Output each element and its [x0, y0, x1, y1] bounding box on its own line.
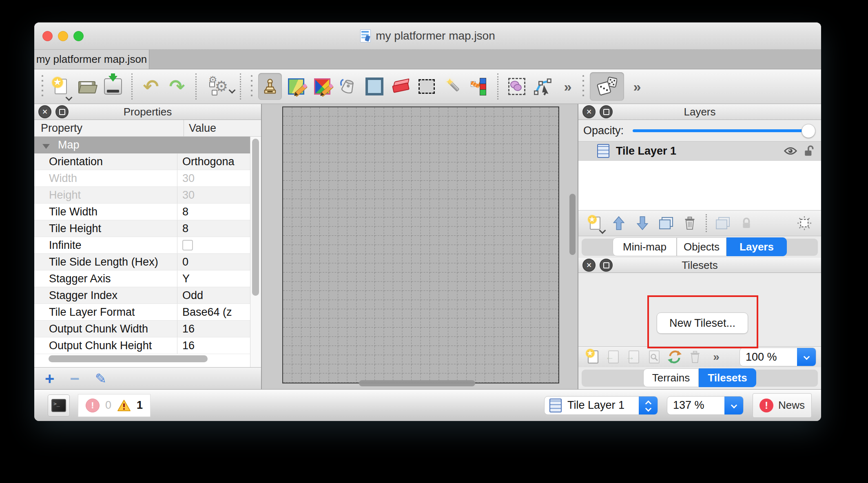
export-tileset-button-disabled[interactable]: →: [624, 348, 644, 366]
tab-objects[interactable]: Objects: [677, 237, 726, 256]
stamp-variation-tool[interactable]: [310, 73, 334, 100]
tab-mini-map[interactable]: Mini-map: [613, 237, 677, 256]
map-grid[interactable]: [282, 106, 559, 383]
random-mode-toggle[interactable]: [590, 72, 624, 101]
lock-layer-button-disabled[interactable]: [735, 213, 757, 234]
console-toggle-button[interactable]: >_: [48, 394, 70, 417]
zoom-window-button[interactable]: [73, 31, 84, 41]
tab-terrains[interactable]: Terrains: [643, 368, 699, 387]
select-objects-tool[interactable]: [505, 73, 529, 100]
combo-spinner-cap[interactable]: [639, 397, 658, 414]
chevron-down-icon: [600, 227, 605, 233]
remove-property-button[interactable]: −: [70, 370, 79, 387]
tab-my-platformer-map[interactable]: my platformer map.json: [34, 50, 149, 69]
window-title-group: my platformer map.json: [360, 29, 495, 42]
remove-tileset-button-disabled[interactable]: [685, 348, 705, 366]
new-map-button[interactable]: ★: [49, 73, 73, 100]
highlight-current-layer-button[interactable]: [793, 213, 815, 234]
save-button[interactable]: [101, 73, 125, 100]
property-row[interactable]: OrientationOrthogona: [34, 153, 250, 170]
news-button[interactable]: ! News: [753, 393, 812, 418]
tab-layers[interactable]: Layers: [726, 237, 787, 256]
property-row[interactable]: Tile Width8: [34, 204, 250, 220]
property-row[interactable]: Tile Side Length (Hex)0: [34, 254, 250, 270]
opacity-slider[interactable]: [633, 124, 814, 137]
add-property-button[interactable]: +: [45, 370, 54, 387]
infinite-checkbox[interactable]: [182, 240, 193, 250]
property-row[interactable]: Output Chunk Width16: [34, 321, 250, 337]
layer-row-tile-layer-1[interactable]: Tile Layer 1: [578, 142, 821, 161]
shape-fill-tool[interactable]: [363, 73, 386, 100]
properties-panel: ✕ Properties Property Value Map Orientat…: [34, 104, 262, 389]
new-tileset-button[interactable]: New Tileset...: [657, 312, 748, 334]
news-alert-icon: !: [760, 399, 773, 412]
close-panel-icon[interactable]: ✕: [582, 105, 596, 118]
edit-tileset-button-disabled[interactable]: [644, 348, 664, 366]
property-row[interactable]: Height30: [34, 187, 250, 204]
opacity-slider-knob[interactable]: [802, 124, 815, 138]
raise-layer-button[interactable]: [608, 213, 630, 234]
combo-dropdown-cap[interactable]: [724, 397, 743, 414]
layer-unlocked-icon[interactable]: [804, 145, 815, 157]
properties-horizontal-scrollbar[interactable]: [49, 355, 208, 362]
map-zoom-combobox[interactable]: 137 %: [667, 396, 744, 415]
eraser-tool[interactable]: [389, 73, 412, 100]
lower-layer-button[interactable]: [631, 213, 653, 234]
issues-counter[interactable]: ! 0 1: [78, 394, 151, 417]
copy-layer-button-disabled[interactable]: [712, 213, 734, 234]
undo-button[interactable]: ↶: [139, 73, 163, 100]
property-row[interactable]: Stagger AxisY: [34, 270, 250, 287]
toolbar-overflow-button[interactable]: »: [557, 73, 577, 100]
properties-vertical-scrollbar[interactable]: [250, 137, 261, 367]
toolbar-overflow-button-2[interactable]: »: [627, 73, 646, 100]
property-row[interactable]: Tile Layer FormatBase64 (z: [34, 304, 250, 321]
property-row[interactable]: Output Chunk Height16: [34, 337, 250, 354]
new-tileset-toolbar-button[interactable]: ★: [583, 348, 603, 366]
tileset-zoom-value: 100 %: [740, 351, 797, 363]
close-panel-icon[interactable]: ✕: [38, 105, 51, 118]
rectangular-select-tool[interactable]: [415, 73, 438, 100]
column-value: Value: [184, 120, 261, 136]
layer-visible-eye-icon[interactable]: [784, 146, 797, 155]
duplicate-layer-button[interactable]: [655, 213, 677, 234]
bucket-fill-tool[interactable]: [337, 73, 360, 100]
close-window-button[interactable]: [42, 31, 53, 41]
float-panel-icon[interactable]: [600, 259, 613, 272]
current-layer-combobox[interactable]: Tile Layer 1: [544, 396, 658, 415]
map-canvas[interactable]: [262, 104, 578, 389]
magic-wand-tool[interactable]: ✦: [441, 73, 465, 100]
property-group-row[interactable]: Map: [34, 137, 250, 153]
minimize-window-button[interactable]: [58, 31, 68, 41]
automapping-button[interactable]: ⚙⚙: [203, 73, 233, 100]
edit-property-button[interactable]: ✎: [95, 372, 107, 386]
combo-dropdown-cap[interactable]: [797, 348, 816, 366]
reload-tileset-button[interactable]: [665, 348, 684, 366]
new-layer-button[interactable]: ★: [584, 213, 606, 234]
edit-polygons-tool[interactable]: [531, 73, 555, 100]
collapse-triangle-icon[interactable]: [42, 144, 50, 151]
float-panel-icon[interactable]: [55, 105, 69, 118]
tilesets-overflow-button[interactable]: »: [706, 348, 725, 366]
canvas-horizontal-scrollbar[interactable]: [359, 380, 475, 386]
remove-layer-button[interactable]: [679, 213, 701, 234]
tab-tilesets[interactable]: Tilesets: [699, 368, 756, 387]
property-row[interactable]: Infinite: [34, 237, 250, 254]
canvas-vertical-scrollbar[interactable]: [569, 194, 576, 255]
property-row[interactable]: Stagger IndexOdd: [34, 287, 250, 304]
float-panel-icon[interactable]: [600, 105, 613, 118]
toolbar-handle[interactable]: [42, 75, 43, 98]
redo-button[interactable]: ↷: [165, 73, 189, 100]
select-same-tile-tool[interactable]: [467, 73, 491, 100]
terrain-brush-tool[interactable]: [284, 73, 308, 100]
toolbar-handle[interactable]: [251, 75, 252, 98]
embed-tileset-button-disabled[interactable]: ←: [604, 348, 623, 366]
stamp-brush-tool[interactable]: [258, 73, 282, 100]
property-row[interactable]: Tile Height8: [34, 220, 250, 237]
open-file-button[interactable]: [75, 73, 99, 100]
titlebar[interactable]: my platformer map.json: [34, 22, 821, 50]
property-row[interactable]: Width30: [34, 170, 250, 187]
close-panel-icon[interactable]: ✕: [582, 259, 596, 272]
toolbar-separator: [240, 73, 241, 100]
tileset-zoom-combobox[interactable]: 100 %: [740, 348, 816, 366]
toolbar-handle[interactable]: [582, 75, 584, 98]
